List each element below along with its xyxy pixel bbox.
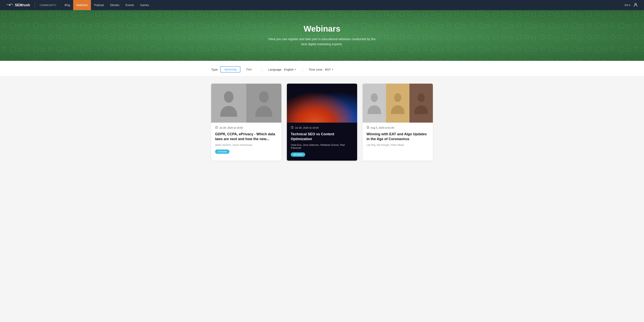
language-value: English: [284, 68, 294, 71]
card-2-image: [287, 84, 357, 123]
nav-item-ebooks[interactable]: Ebooks: [107, 0, 122, 10]
card-3-title: Winning with EAT and Algo Updates in the…: [366, 132, 429, 142]
card-3-speaker-3-image: [410, 84, 433, 123]
nav-link-games[interactable]: Games: [137, 0, 152, 10]
card-1-speaker-1-image: [211, 84, 246, 123]
language-dropdown[interactable]: English ▾: [284, 68, 296, 71]
nav-item-webinars[interactable]: Webinars: [73, 0, 91, 10]
community-label: COMMUNITY:: [40, 4, 57, 7]
card-1-badge: all levels: [215, 150, 230, 154]
card-1-speakers-image: [211, 84, 282, 123]
type-filter-group: Type: Upcoming Past: [211, 66, 256, 72]
card-1-speakers: abbie clement, Jason Hennessey: [215, 144, 278, 146]
svg-point-3: [259, 91, 269, 103]
clock-icon-3: [366, 126, 369, 129]
nav-divider: [35, 2, 35, 8]
card-1-body: Jul 28, 2020 at 18:00 GDPR, CCPA, ePriva…: [211, 123, 282, 158]
language-selector[interactable]: EN ▾: [625, 4, 630, 7]
webinar-card-1[interactable]: Jul 28, 2020 at 18:00 GDPR, CCPA, ePriva…: [211, 84, 282, 161]
card-1-speaker-2-image: [246, 84, 282, 123]
svg-point-6: [371, 93, 378, 102]
language-label: Language:: [268, 68, 282, 71]
card-1-date: Jul 28, 2020 at 18:00: [215, 126, 278, 129]
nav-item-blog[interactable]: Blog: [62, 0, 73, 10]
nav-link-ebooks[interactable]: Ebooks: [107, 0, 122, 10]
webinar-card-2[interactable]: Jul 30, 2020 at 18:00 Technical SEO vs C…: [287, 84, 357, 161]
card-2-date-text: Jul 30, 2020 at 18:00: [295, 126, 318, 129]
nav-item-podcast[interactable]: Podcast: [91, 0, 107, 10]
filter-divider-2: [302, 67, 302, 72]
logo[interactable]: SEMrush: [6, 3, 30, 7]
page-title: Webinars: [304, 24, 340, 33]
user-profile-icon[interactable]: [634, 2, 638, 8]
type-filter-label: Type:: [211, 68, 218, 71]
svg-point-1: [635, 3, 636, 5]
nav-item-games[interactable]: Games: [137, 0, 152, 10]
navbar: SEMrush COMMUNITY: Blog Webinars Podcast…: [0, 0, 644, 10]
timezone-dropdown[interactable]: BST ▾: [325, 68, 333, 71]
card-2-title: Technical SEO vs Content Optimization: [291, 132, 353, 142]
card-1-date-text: Jul 28, 2020 at 18:00: [219, 126, 243, 129]
card-1-title: GDPR, CCPA, ePrivacy - Which data laws a…: [215, 132, 278, 142]
card-2-badge: all levels: [291, 153, 305, 157]
language-filter-group: Language: English ▾: [268, 68, 296, 71]
card-3-date-text: Aug 5, 2020 at 01:00: [370, 126, 394, 129]
timezone-value: BST: [325, 68, 330, 71]
card-3-speaker-1-image: [362, 84, 386, 123]
filters-inner: Type: Upcoming Past Language: English ▾ …: [205, 66, 439, 76]
flame-effect: [287, 91, 357, 123]
card-2-speakers: Viola Eva, Jono Alderson, Rebekah Dunne,…: [291, 144, 353, 149]
clock-icon-2: [291, 126, 294, 129]
lang-chevron: ▾: [629, 4, 630, 7]
hero-section: Webinars Here you can register and take …: [0, 10, 644, 61]
past-button[interactable]: Past: [242, 66, 256, 72]
timezone-label: Time zone:: [309, 68, 323, 71]
card-3-speakers: Lily Ray, Nik Ranger, Peter Mead: [366, 144, 429, 146]
webinars-grid: Jul 28, 2020 at 18:00 GDPR, CCPA, ePriva…: [205, 77, 439, 168]
svg-point-7: [394, 93, 401, 102]
svg-point-2: [224, 91, 234, 103]
language-chevron-icon: ▾: [295, 68, 296, 71]
hero-subtitle: Here you can register and take part in e…: [267, 37, 377, 47]
nav-item-events[interactable]: Events: [122, 0, 137, 10]
card-2-body: Jul 30, 2020 at 18:00 Technical SEO vs C…: [287, 123, 357, 161]
timezone-chevron-icon: ▾: [332, 68, 333, 71]
card-3-speakers-image: [362, 84, 433, 123]
nav-right: EN ▾: [625, 2, 638, 8]
nav-link-webinars[interactable]: Webinars: [73, 0, 91, 10]
card-3-speaker-2-image: [386, 84, 410, 123]
svg-point-8: [418, 93, 425, 102]
webinar-card-3[interactable]: Aug 5, 2020 at 01:00 Winning with EAT an…: [362, 84, 433, 161]
timezone-filter-group: Time zone: BST ▾: [309, 68, 333, 71]
hero-pattern: [0, 10, 644, 61]
nav-link-blog[interactable]: Blog: [62, 0, 73, 10]
card-2-date: Jul 30, 2020 at 18:00: [291, 126, 353, 129]
card-3-body: Aug 5, 2020 at 01:00 Winning with EAT an…: [362, 123, 433, 154]
clock-icon-1: [215, 126, 218, 129]
nav-link-events[interactable]: Events: [122, 0, 137, 10]
nav-link-podcast[interactable]: Podcast: [91, 0, 107, 10]
lang-value: EN: [625, 4, 628, 7]
filters-section: Type: Upcoming Past Language: English ▾ …: [0, 61, 644, 77]
card-3-date: Aug 5, 2020 at 01:00: [366, 126, 429, 129]
nav-links: Blog Webinars Podcast Ebooks Events Game…: [62, 0, 152, 10]
logo-text: SEMrush: [15, 3, 30, 7]
upcoming-button[interactable]: Upcoming: [220, 66, 240, 72]
